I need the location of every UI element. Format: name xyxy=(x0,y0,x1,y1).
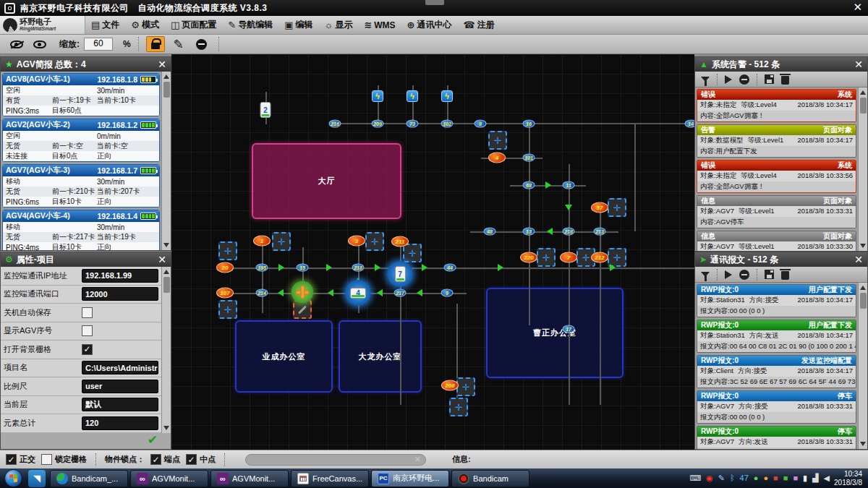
map-node-point[interactable]: 218 xyxy=(563,228,575,236)
map-station[interactable]: ✛ xyxy=(488,131,507,150)
photos-tray-icon[interactable]: ■ xyxy=(793,474,798,482)
agv-marker[interactable]: 2 xyxy=(260,102,271,118)
agv-marker[interactable]: 4 xyxy=(345,280,371,306)
map-room[interactable]: 大龙办公室 xyxy=(339,320,422,393)
trash-icon[interactable] xyxy=(781,271,789,280)
map-node-point[interactable]: 217 xyxy=(394,289,407,297)
map-room[interactable]: 大厅 xyxy=(252,143,401,219)
record-tray-icon[interactable]: ◉ xyxy=(706,474,713,482)
agv-marker[interactable]: 7 xyxy=(387,261,413,287)
message-card[interactable]: RWP报文:0停车对象:AGV7方向:接受2018/3/8 10:33:31报文… xyxy=(697,390,856,424)
map-node-point[interactable]: 16 xyxy=(523,120,535,128)
map-station[interactable]: ✛ xyxy=(218,241,237,260)
volume-tray-icon[interactable]: ◀ xyxy=(824,474,830,482)
snap-check-中点[interactable]: ✓中点 xyxy=(186,454,216,465)
checkbox[interactable]: ✓ xyxy=(6,454,17,465)
snap-check-端点[interactable]: ✓端点 xyxy=(150,454,180,465)
nvidia-tray-icon[interactable]: ■ xyxy=(783,474,788,482)
chat-tray-icon[interactable]: ● xyxy=(754,474,759,482)
property-input[interactable]: 12000 xyxy=(82,287,158,301)
agv-card[interactable]: AGV8(AGV小车-1)192.168.1.8空闲30m/min有货前一卡:1… xyxy=(2,73,160,116)
taskbar-button[interactable]: ∞AGVMonit... xyxy=(210,470,289,487)
checkbox[interactable]: ✓ xyxy=(150,454,161,465)
map-node-card[interactable]: 208 xyxy=(441,380,459,391)
map-node-point[interactable]: 17 xyxy=(563,325,575,333)
taskbar-button[interactable]: Bandicam xyxy=(451,470,529,487)
map-node-point[interactable]: 48 xyxy=(484,228,496,236)
menu-item-显示[interactable]: ☼显示 xyxy=(318,16,358,34)
map-node-point[interactable]: 214 xyxy=(256,289,268,297)
map-node-point[interactable]: 195 xyxy=(256,264,268,272)
map-node-card[interactable]: 220 xyxy=(520,252,537,263)
map-station[interactable]: ✛ xyxy=(403,244,422,262)
battery-percent-text[interactable]: 47 xyxy=(740,474,749,482)
map-station[interactable]: ✛ xyxy=(365,232,384,251)
bird-quicklaunch-icon[interactable]: ◥ xyxy=(28,470,46,487)
map-node-point[interactable]: 44 xyxy=(444,264,456,272)
red-app-tray-icon[interactable]: ■ xyxy=(773,474,778,482)
map-node-card[interactable]: 3 xyxy=(348,236,365,247)
map-room[interactable]: 业成办公室 xyxy=(235,320,333,393)
menu-item-模式[interactable]: ⚙模式 xyxy=(125,16,165,34)
property-scrollbar[interactable] xyxy=(161,267,171,433)
map-node-card[interactable]: 211 xyxy=(391,236,409,247)
show-elements-button[interactable] xyxy=(30,36,49,52)
map-node-point[interactable]: 68 xyxy=(523,181,535,189)
lock-button[interactable] xyxy=(146,36,165,52)
save-icon[interactable] xyxy=(765,270,774,279)
keyboard-tray-icon[interactable]: ⌨ xyxy=(689,474,701,482)
pen-input-tray-icon[interactable]: ✎ xyxy=(718,474,725,482)
apply-check-icon[interactable]: ✔ xyxy=(148,432,158,448)
taskbar-button[interactable]: Bandicam_... xyxy=(50,470,128,487)
minimize-handle[interactable] xyxy=(425,0,444,5)
comm-scrollbar[interactable] xyxy=(858,283,867,449)
map-station[interactable]: ✛ xyxy=(456,377,475,396)
message-card[interactable]: RWP报文:0用户配置下发对象:Station31方向:接受2018/3/8 1… xyxy=(697,284,856,317)
message-card[interactable]: RWP报文:0用户配置下发对象:Station31方向:发送2018/3/8 1… xyxy=(697,320,856,353)
bottom-check-正交[interactable]: ✓正交 xyxy=(6,454,35,465)
filter-icon[interactable] xyxy=(701,272,710,277)
agv-marker-offline[interactable] xyxy=(292,281,314,304)
message-card[interactable]: 信息页面对象对象:AGV7等级:Level12018/3/8 10:33:31内… xyxy=(697,195,856,228)
map-node-point[interactable]: 102 xyxy=(441,120,454,128)
remove-icon[interactable] xyxy=(739,74,749,85)
map-node-point[interactable]: 101 xyxy=(523,154,535,162)
menu-item-WMS[interactable]: ≋WMS xyxy=(358,16,401,34)
map-node-point[interactable]: 13 xyxy=(523,228,535,236)
charger-station[interactable]: ϟ xyxy=(441,90,453,102)
remove-icon[interactable] xyxy=(739,270,749,280)
map-node-card[interactable]: 57 xyxy=(591,202,608,213)
bird-app-tray-icon[interactable]: ● xyxy=(763,474,768,482)
network-tray-icon[interactable]: ▟ xyxy=(812,474,818,482)
taskbar-button[interactable]: PC南京环野电... xyxy=(371,470,449,487)
property-checkbox[interactable]: ✓ xyxy=(82,344,93,355)
message-card[interactable]: 错误系统对象:未指定等级:Level42018/3/8 10:34:17内容:全… xyxy=(697,89,856,122)
taskbar-button[interactable]: FreeCanvas... xyxy=(291,470,369,487)
map-node-card[interactable]: 107 xyxy=(216,288,234,299)
message-card[interactable]: 错误系统对象:未指定等级:Level42018/3/8 10:33:56内容:全… xyxy=(697,160,856,193)
map-node-point[interactable]: 73 xyxy=(407,120,419,128)
map-node-point[interactable]: 209 xyxy=(372,120,384,128)
map-room[interactable]: 曹正办公室 xyxy=(486,288,624,378)
map-station[interactable]: ✛ xyxy=(449,398,468,416)
map-node-point[interactable]: 216 xyxy=(329,120,341,128)
message-card[interactable]: 告警页面对象对象:数据模型等级:Level12018/3/8 10:34:17内… xyxy=(697,124,856,158)
menu-item-编辑[interactable]: ▣编辑 xyxy=(278,16,318,34)
property-input[interactable]: user xyxy=(82,380,158,393)
draw-button[interactable]: ✎ xyxy=(169,36,188,52)
map-node-card[interactable]: 4 xyxy=(488,153,506,163)
menu-item-导航编辑[interactable]: ✎导航编辑 xyxy=(222,16,278,34)
agv-scrollbar[interactable] xyxy=(161,72,171,250)
agv-panel-close-icon[interactable]: ✕ xyxy=(158,59,166,70)
alarm-scrollbar[interactable] xyxy=(858,87,867,251)
property-input[interactable]: 120 xyxy=(82,416,158,430)
message-card[interactable]: 信息页面对象对象:AGV7等级:Level12018/3/8 10:33:30内… xyxy=(697,231,856,251)
menu-item-通讯中心[interactable]: ⊕通讯中心 xyxy=(401,16,458,34)
play-icon[interactable] xyxy=(725,75,732,84)
taskbar-button[interactable]: ∞AGVMonit... xyxy=(130,470,208,487)
map-station[interactable]: ✛ xyxy=(218,300,237,319)
map-node-card[interactable]: 20 xyxy=(216,262,234,273)
play-icon[interactable] xyxy=(725,270,732,279)
map-station[interactable]: ✛ xyxy=(608,198,626,217)
map-canvas[interactable]: 大厅业成办公室大龙办公室曹正办公室✛✛✛✛✛✛✛✛✛✛✛✛ϟϟϟ20107132… xyxy=(171,54,694,450)
